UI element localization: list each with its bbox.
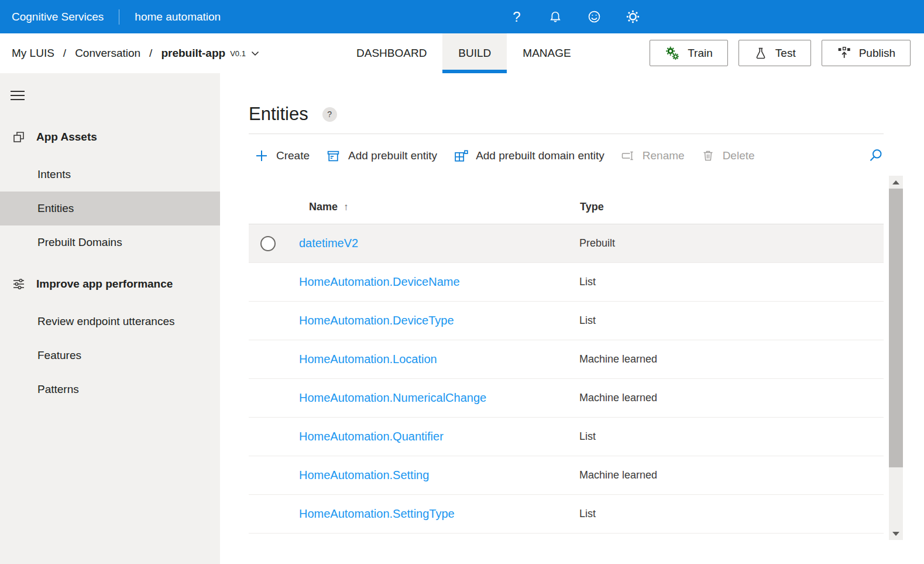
settings-gear-icon[interactable] [625, 9, 640, 25]
entities-table: Name ↑ Type datetimeV2 Prebuilt HomeAuto… [249, 190, 884, 534]
tab-manage[interactable]: MANAGE [507, 33, 586, 73]
delete-button-label: Delete [723, 149, 755, 162]
row-name-cell: HomeAutomation.NumericalChange [299, 391, 579, 405]
rename-button[interactable]: Rename [621, 149, 685, 163]
sidebar-item-label: Features [37, 349, 81, 362]
sidebar-header-improve[interactable]: Improve app performance [0, 275, 220, 293]
rename-icon [621, 149, 635, 163]
sidebar: App Assets Intents Entities Prebuilt Dom… [0, 73, 220, 564]
tab-build[interactable]: BUILD [442, 33, 507, 73]
create-button[interactable]: Create [255, 149, 310, 163]
version-label[interactable]: V0.1 [230, 49, 246, 58]
breadcrumb-app-name[interactable]: prebuilt-app [161, 47, 225, 60]
vertical-scrollbar[interactable] [889, 176, 903, 540]
sidebar-section-improve: Improve app performance Review endpoint … [0, 275, 220, 406]
row-radio-button[interactable] [260, 236, 276, 251]
brand-title[interactable]: Cognitive Services [12, 11, 104, 23]
table-row[interactable]: HomeAutomation.NumericalChange Machine l… [249, 379, 884, 418]
test-button[interactable]: Test [738, 40, 811, 66]
page-title: Entities [249, 104, 308, 125]
scrollbar-thumb[interactable] [889, 189, 903, 467]
entity-name-link[interactable]: HomeAutomation.DeviceName [299, 275, 460, 289]
notifications-bell-icon[interactable] [548, 9, 563, 25]
topbar-icon-group: ? [509, 0, 640, 33]
app-name: home automation [135, 11, 221, 23]
topbar: Cognitive Services home automation ? [0, 0, 924, 33]
add-prebuilt-domain-entity-button[interactable]: Add prebuilt domain entity [454, 149, 604, 163]
row-name-cell: HomeAutomation.SettingType [299, 507, 579, 521]
publish-button[interactable]: Publish [822, 40, 911, 66]
entity-name-link[interactable]: HomeAutomation.SettingType [299, 507, 455, 521]
chevron-down-icon[interactable] [251, 51, 259, 56]
search-icon[interactable] [868, 148, 884, 163]
tab-strip: DASHBOARD BUILD MANAGE [341, 33, 587, 73]
breadcrumb-my-luis[interactable]: My LUIS [12, 47, 54, 60]
name-column-header[interactable]: Name ↑ [299, 201, 569, 213]
scroll-down-icon[interactable] [889, 528, 903, 539]
entity-name-link[interactable]: datetimeV2 [299, 237, 358, 250]
sort-ascending-icon: ↑ [344, 201, 349, 213]
entity-name-link[interactable]: HomeAutomation.NumericalChange [299, 391, 486, 405]
type-column-label: Type [580, 201, 604, 213]
sidebar-section-label: Improve app performance [36, 278, 173, 290]
sidebar-item-prebuilt-domains[interactable]: Prebuilt Domains [0, 225, 220, 259]
add-prebuilt-domain-entity-label: Add prebuilt domain entity [476, 149, 604, 162]
table-row[interactable]: HomeAutomation.DeviceName List [249, 263, 884, 302]
row-select-cell [249, 468, 299, 483]
table-row[interactable]: HomeAutomation.DeviceType List [249, 302, 884, 340]
table-row[interactable]: HomeAutomation.Location Machine learned [249, 340, 884, 379]
row-name-cell: datetimeV2 [299, 237, 579, 250]
test-flask-icon [754, 46, 768, 60]
entity-name-link[interactable]: HomeAutomation.Setting [299, 469, 429, 482]
row-select-cell [249, 391, 299, 406]
table-row[interactable]: HomeAutomation.Setting Machine learned [249, 456, 884, 495]
type-column-header[interactable]: Type [569, 201, 884, 213]
create-button-label: Create [276, 149, 310, 162]
breadcrumb-conversation[interactable]: Conversation [75, 47, 140, 60]
help-icon[interactable]: ? [509, 9, 524, 25]
breadcrumb-separator: / [149, 47, 152, 60]
tab-label: BUILD [458, 47, 491, 60]
entity-type: Prebuilt [579, 237, 884, 249]
hamburger-menu-icon[interactable] [11, 91, 25, 100]
sidebar-item-features[interactable]: Features [0, 339, 220, 372]
sidebar-item-patterns[interactable]: Patterns [0, 372, 220, 406]
scroll-up-icon[interactable] [889, 177, 903, 187]
entity-type: List [579, 276, 884, 288]
table-row[interactable]: HomeAutomation.Quantifier List [249, 418, 884, 456]
sidebar-item-intents[interactable]: Intents [0, 158, 220, 192]
tab-label: DASHBOARD [356, 47, 427, 60]
test-button-label: Test [775, 47, 796, 60]
sliders-icon [12, 277, 26, 291]
delete-button[interactable]: Delete [701, 149, 755, 163]
layout: App Assets Intents Entities Prebuilt Dom… [0, 73, 924, 564]
entity-name-link[interactable]: HomeAutomation.DeviceType [299, 314, 454, 327]
sidebar-item-entities[interactable]: Entities [0, 192, 220, 225]
row-name-cell: HomeAutomation.DeviceType [299, 314, 579, 327]
entity-type: List [579, 508, 884, 520]
row-name-cell: HomeAutomation.Setting [299, 469, 579, 482]
entities-help-icon[interactable]: ? [322, 107, 337, 122]
entity-name-link[interactable]: HomeAutomation.Quantifier [299, 430, 444, 443]
plus-icon [255, 149, 269, 163]
sidebar-header-app-assets[interactable]: App Assets [0, 128, 220, 146]
sidebar-item-review-endpoint-utterances[interactable]: Review endpoint utterances [0, 305, 220, 339]
row-name-cell: HomeAutomation.Quantifier [299, 430, 579, 443]
title-row: Entities ? [249, 73, 884, 125]
sidebar-item-label: Intents [37, 168, 71, 181]
feedback-smiley-icon[interactable] [586, 9, 602, 25]
sidebar-section-app-assets: App Assets Intents Entities Prebuilt Dom… [0, 128, 220, 259]
sidebar-items: Review endpoint utterances Features Patt… [0, 305, 220, 406]
title-divider [249, 134, 884, 134]
publish-icon [837, 46, 851, 60]
train-button[interactable]: Train [650, 40, 728, 66]
table-row[interactable]: datetimeV2 Prebuilt [249, 224, 884, 263]
train-button-label: Train [688, 47, 713, 60]
table-row[interactable]: HomeAutomation.SettingType List [249, 495, 884, 534]
entity-name-link[interactable]: HomeAutomation.Location [299, 353, 437, 366]
row-name-cell: HomeAutomation.Location [299, 353, 579, 366]
add-prebuilt-entity-button[interactable]: Add prebuilt entity [326, 149, 437, 163]
sidebar-section-label: App Assets [36, 131, 97, 143]
tab-dashboard[interactable]: DASHBOARD [341, 33, 442, 73]
topbar-divider [119, 9, 119, 25]
